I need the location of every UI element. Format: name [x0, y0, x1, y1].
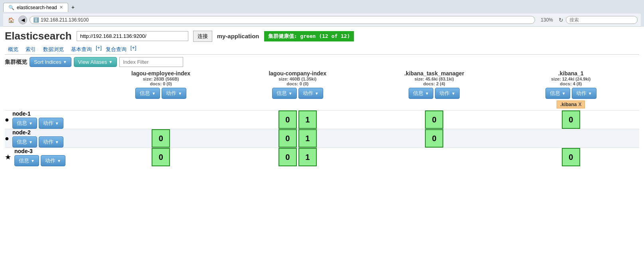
cluster-grid: lagou-employee-index size: 283B (566B) d…	[5, 70, 639, 166]
node-action-button[interactable]: 动作 ▼	[39, 118, 63, 129]
shard-cell: 01	[229, 110, 366, 129]
index-btn-row-kibana-task: 信息 ▼ 动作 ▼	[366, 88, 503, 99]
view-aliases-chevron-icon: ▼	[109, 60, 113, 64]
tab-basic-query[interactable]: 基本查询	[68, 45, 95, 54]
node-info: node-2 信息 ▼ 动作 ▼	[12, 129, 63, 148]
kibana-task-action-button[interactable]: 动作 ▼	[435, 88, 460, 99]
shard-cell: 0	[503, 110, 640, 129]
nav-tabs: 概览 索引 数据浏览 基本查询 [+] 复合查询 [+]	[5, 45, 639, 55]
node-info-button[interactable]: 信息 ▼	[14, 155, 39, 166]
back-button[interactable]: ◀	[18, 16, 27, 24]
cluster-url-input[interactable]	[77, 31, 188, 41]
browser-chrome: 🔍 elasticsearch-head ✕ + 🏠 ◀ ℹ️ 192.168.…	[0, 0, 644, 27]
lagou-company-action-button[interactable]: 动作 ▼	[298, 88, 323, 99]
lagou-company-action-chevron: ▼	[315, 91, 319, 96]
shard-box: 0	[562, 110, 580, 129]
app-title: Elasticsearch	[5, 30, 72, 42]
tab-title: elasticsearch-head	[17, 5, 57, 10]
sort-indices-button[interactable]: Sort Indices ▼	[30, 57, 71, 67]
index-btn-row-lagou-company: 信息 ▼ 动作 ▼	[229, 88, 366, 99]
lagou-employee-info-chevron: ▼	[152, 91, 156, 96]
kibana1-action-chevron: ▼	[588, 91, 592, 96]
index-size-lagou-company: size: 460B (1.35ki)	[229, 77, 366, 81]
kibana1-action-button[interactable]: 动作 ▼	[572, 88, 597, 99]
shard-box: 0	[152, 129, 170, 148]
index-header-row: lagou-employee-index size: 283B (566B) d…	[5, 70, 639, 110]
shard-box: 1	[298, 148, 317, 166]
home-icon[interactable]: 🏠	[6, 15, 16, 25]
shard-cell: 0	[93, 148, 229, 167]
node-cell-node-1: ● node-1 信息 ▼ 动作 ▼	[5, 110, 93, 129]
index-name-lagou-employee: lagou-employee-index	[93, 70, 229, 77]
browser-search-input[interactable]	[566, 16, 638, 24]
complex-query-plus[interactable]: [+]	[130, 45, 136, 54]
shard-box: 0	[279, 110, 297, 129]
tab-indices[interactable]: 索引	[22, 45, 39, 54]
tab-complex-query[interactable]: 复合查询	[103, 45, 130, 54]
node-cell-node-2: ● node-2 信息 ▼ 动作 ▼	[5, 129, 93, 148]
shard-box: 0	[425, 110, 443, 129]
table-row: ★ node-3 信息 ▼ 动作 ▼ 0010	[5, 148, 639, 167]
reload-button[interactable]: ↻	[559, 17, 563, 23]
kibana-task-info-button[interactable]: 信息 ▼	[409, 88, 433, 99]
url-bar: ℹ️ 192.168.211.136:9100	[30, 16, 535, 24]
node-info-button[interactable]: 信息 ▼	[12, 136, 37, 148]
shard-box: 0	[152, 148, 170, 166]
tab-overview[interactable]: 概览	[5, 45, 22, 54]
node-name: node-3	[14, 148, 65, 154]
tab-close-icon[interactable]: ✕	[59, 5, 63, 10]
index-header-kibana1: .kibana_1 size: 12.4ki (24.9ki) docs: 4 …	[503, 70, 640, 110]
url-text[interactable]: 192.168.211.136:9100	[41, 17, 531, 23]
node-info-chevron: ▼	[31, 159, 35, 163]
table-row: ● node-2 信息 ▼ 动作 ▼ 0010	[5, 129, 639, 148]
index-header-kibana-task: .kibana_task_manager size: 45.6ki (83.1k…	[366, 70, 503, 110]
index-docs-kibana1: docs: 4 (8)	[503, 81, 640, 86]
health-badge: 集群健康值: green (12 of 12)	[264, 31, 354, 41]
index-size-kibana1: size: 12.4ki (24.9ki)	[503, 77, 640, 81]
lock-icon: ℹ️	[33, 17, 39, 23]
kibana-task-action-chevron: ▼	[451, 91, 455, 96]
lagou-employee-info-button[interactable]: 信息 ▼	[135, 88, 160, 99]
active-tab: 🔍 elasticsearch-head ✕	[3, 3, 68, 12]
toolbar: 集群概览 Sort Indices ▼ View Aliases ▼	[5, 57, 639, 67]
lagou-company-info-chevron: ▼	[288, 91, 292, 96]
shard-cell: 0	[93, 129, 229, 148]
node-info-button[interactable]: 信息 ▼	[12, 118, 37, 129]
node-action-button[interactable]: 动作 ▼	[41, 155, 65, 166]
index-filter-input[interactable]	[119, 57, 183, 67]
app-header: Elasticsearch 连接 my-application 集群健康值: g…	[5, 30, 639, 42]
shard-cell: 01	[229, 129, 366, 148]
cluster-name: my-application	[217, 33, 259, 39]
lagou-employee-action-button[interactable]: 动作 ▼	[162, 88, 186, 99]
connect-button[interactable]: 连接	[193, 31, 212, 42]
shard-cell	[366, 148, 503, 167]
node-column-header	[5, 70, 93, 110]
lagou-company-info-button[interactable]: 信息 ▼	[272, 88, 297, 99]
shard-cell: 0	[366, 110, 503, 129]
browser-nav-bar: 🏠 ◀ ℹ️ 192.168.211.136:9100 130% ↻	[3, 14, 641, 27]
node-action-chevron: ▼	[55, 140, 59, 144]
shard-box: 0	[425, 129, 443, 148]
node-action-button[interactable]: 动作 ▼	[39, 136, 63, 148]
index-size-lagou-employee: size: 283B (566B)	[93, 77, 229, 81]
kibana-task-info-chevron: ▼	[425, 91, 429, 96]
new-tab-button[interactable]: +	[68, 2, 78, 12]
shard-box: 0	[279, 148, 297, 166]
node-info-chevron: ▼	[29, 140, 33, 144]
basic-query-plus[interactable]: [+]	[96, 45, 102, 54]
node-info-chevron: ▼	[29, 121, 33, 126]
zoom-level: 130%	[537, 17, 556, 23]
node-name: node-2	[12, 129, 63, 136]
index-size-kibana-task: size: 45.6ki (83.1ki)	[366, 77, 503, 81]
kibana1-info-button[interactable]: 信息 ▼	[545, 88, 570, 99]
tab-data-browser[interactable]: 数据浏览	[40, 45, 67, 54]
index-name-lagou-company: lagou-company-index	[229, 70, 366, 77]
view-aliases-button[interactable]: View Aliases ▼	[74, 57, 117, 67]
shard-box: 0	[279, 129, 297, 148]
alias-close-icon[interactable]: X	[578, 102, 581, 107]
index-btn-row-kibana1: 信息 ▼ 动作 ▼	[503, 88, 640, 99]
view-aliases-label: View Aliases	[78, 59, 107, 65]
shard-box: 0	[562, 148, 580, 166]
shard-cell	[503, 129, 640, 148]
app-content: Elasticsearch 连接 my-application 集群健康值: g…	[0, 27, 644, 169]
